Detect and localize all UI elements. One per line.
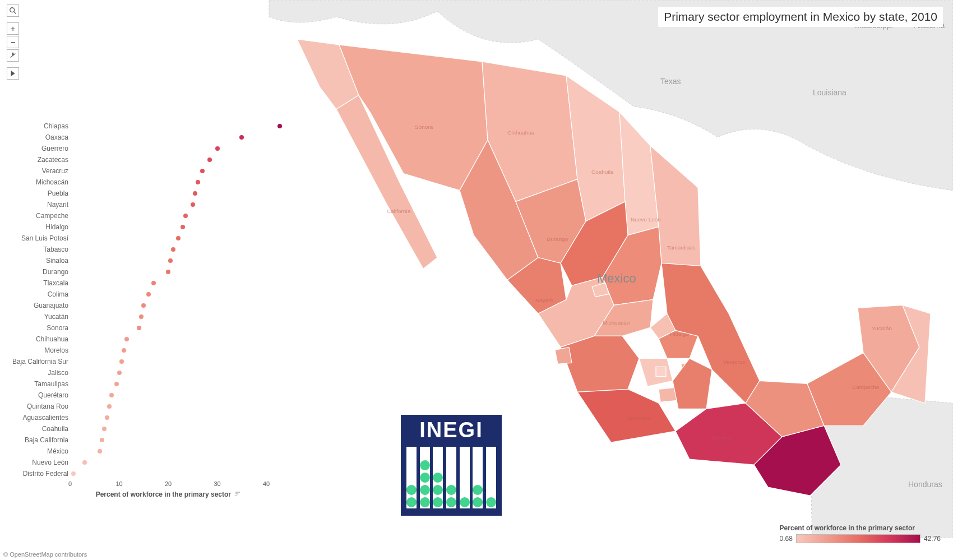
- state-label: Oaxaca: [45, 133, 68, 141]
- play-button[interactable]: [7, 67, 19, 80]
- state-label: Chihuahua: [507, 129, 535, 136]
- axis-tick: 40: [263, 480, 270, 487]
- dot-row[interactable]: Puebla: [0, 188, 269, 199]
- dot-plot-rows: ChiapasOaxacaGuerreroZacatecasVeracruzMi…: [0, 121, 269, 479]
- state-distrito-federal[interactable]: [656, 367, 666, 376]
- data-point[interactable]: [176, 236, 181, 240]
- data-point[interactable]: [146, 292, 151, 297]
- dot-row[interactable]: Querétaro: [0, 390, 269, 401]
- data-point[interactable]: [191, 202, 195, 207]
- dot-row[interactable]: Nayarit: [0, 199, 269, 210]
- dot-row[interactable]: Chiapas: [0, 121, 269, 132]
- data-point[interactable]: [117, 371, 122, 375]
- dot-row[interactable]: Tamaulipas: [0, 378, 269, 390]
- label-honduras: Honduras: [908, 480, 942, 489]
- data-point[interactable]: [183, 214, 188, 218]
- data-point[interactable]: [102, 427, 107, 431]
- state-label: Veracruz: [723, 359, 745, 365]
- dot-row[interactable]: Guerrero: [0, 143, 269, 154]
- state-label: Coahuila: [42, 425, 68, 433]
- data-point[interactable]: [139, 314, 144, 319]
- label-mexico: Mexico: [597, 271, 636, 285]
- zoom-out-button[interactable]: −: [7, 36, 19, 48]
- dot-row[interactable]: Tlaxcala: [0, 277, 269, 289]
- data-point[interactable]: [215, 146, 220, 151]
- dot-row[interactable]: Hidalgo: [0, 221, 269, 233]
- state-label: México: [47, 447, 68, 455]
- svg-point-0: [10, 8, 15, 12]
- dot-row[interactable]: Durango: [0, 266, 269, 277]
- dot-row[interactable]: Jalisco: [0, 367, 269, 378]
- data-point[interactable]: [168, 258, 173, 263]
- data-point[interactable]: [105, 415, 109, 420]
- state-label: Quintana Roo: [27, 402, 68, 410]
- dot-row[interactable]: Baja California Sur: [0, 356, 269, 367]
- data-point[interactable]: [171, 247, 175, 252]
- dot-row[interactable]: Distrito Federal: [0, 468, 269, 479]
- state-puebla[interactable]: [673, 358, 712, 409]
- dot-row[interactable]: Chihuahua: [0, 334, 269, 345]
- data-point[interactable]: [196, 180, 200, 184]
- state-label: Querétaro: [38, 391, 68, 399]
- state-label: Baja California: [25, 436, 68, 444]
- data-point[interactable]: [137, 326, 141, 330]
- state-label: Durango: [547, 236, 568, 242]
- data-point[interactable]: [114, 382, 119, 386]
- data-point[interactable]: [71, 471, 76, 476]
- data-point[interactable]: [124, 337, 129, 341]
- dot-row[interactable]: Aguascalientes: [0, 412, 269, 423]
- dot-row[interactable]: Nuevo León: [0, 457, 269, 468]
- state-label: Jalisco: [48, 369, 68, 377]
- dot-row[interactable]: Sinaloa: [0, 255, 269, 266]
- data-point[interactable]: [141, 303, 146, 308]
- data-point[interactable]: [107, 404, 112, 409]
- state-label: Campeche: [852, 384, 880, 390]
- pin-reset-icon: [9, 52, 17, 59]
- dot-row[interactable]: Yucatán: [0, 311, 269, 322]
- dot-row[interactable]: San Luis Potosí: [0, 233, 269, 244]
- data-point[interactable]: [122, 348, 126, 353]
- axis-tick: 10: [115, 480, 122, 487]
- reset-pin-button[interactable]: [7, 49, 19, 62]
- dot-row[interactable]: Veracruz: [0, 165, 269, 177]
- state-label: Tlaxcala: [43, 279, 68, 287]
- dot-row[interactable]: Michoacán: [0, 177, 269, 188]
- data-point[interactable]: [181, 225, 185, 229]
- data-point[interactable]: [119, 359, 124, 364]
- data-point[interactable]: [82, 460, 87, 465]
- data-point[interactable]: [98, 449, 102, 453]
- data-point[interactable]: [193, 191, 197, 196]
- state-label: Nayarit: [535, 297, 553, 303]
- data-point[interactable]: [166, 270, 170, 274]
- dot-row[interactable]: México: [0, 446, 269, 457]
- data-point[interactable]: [100, 438, 104, 442]
- data-point[interactable]: [239, 135, 244, 140]
- dot-row[interactable]: Morelos: [0, 345, 269, 356]
- dot-row[interactable]: Campeche: [0, 210, 269, 221]
- state-label: Tabasco: [43, 246, 68, 253]
- dot-plot: ChiapasOaxacaGuerreroZacatecasVeracruzMi…: [0, 121, 269, 513]
- dot-row[interactable]: Tabasco: [0, 244, 269, 255]
- dot-plot-axis: 010203040 Percent of workforce in the pr…: [70, 479, 266, 488]
- state-label: Veracruz: [42, 167, 68, 175]
- sort-desc-icon[interactable]: [235, 491, 240, 498]
- zoom-in-button[interactable]: +: [7, 22, 19, 35]
- data-point[interactable]: [151, 281, 156, 285]
- search-button[interactable]: [7, 4, 19, 17]
- data-point[interactable]: [200, 169, 205, 173]
- legend-gradient: [796, 534, 920, 543]
- dot-row[interactable]: Coahuila: [0, 423, 269, 434]
- dot-row[interactable]: Oaxaca: [0, 132, 269, 143]
- data-point[interactable]: [109, 393, 114, 397]
- state-colima[interactable]: [555, 347, 572, 364]
- state-michoacan[interactable]: [561, 336, 639, 392]
- state-label: Nuevo León: [631, 216, 661, 223]
- dot-row[interactable]: Sonora: [0, 322, 269, 334]
- data-point[interactable]: [207, 158, 212, 162]
- dot-row[interactable]: Colima: [0, 289, 269, 300]
- state-label: Sonora: [415, 124, 433, 130]
- dot-row[interactable]: Zacatecas: [0, 154, 269, 165]
- dot-row[interactable]: Baja California: [0, 434, 269, 446]
- dot-row[interactable]: Quintana Roo: [0, 401, 269, 412]
- dot-row[interactable]: Guanajuato: [0, 300, 269, 311]
